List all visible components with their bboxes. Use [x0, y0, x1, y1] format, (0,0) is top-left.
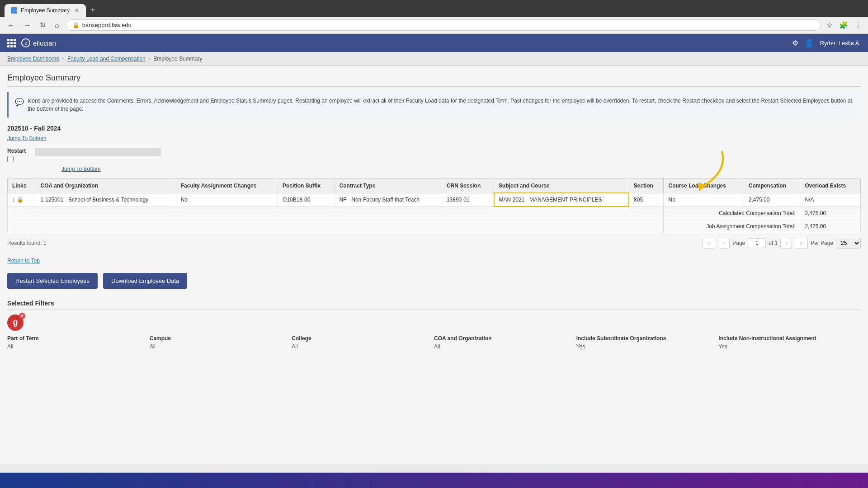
- job-assignment-label: Job Assignment Compensation Total:: [664, 220, 800, 233]
- cell-subject-course: MAN 2021 - MANAGEMENT PRINCIPLES: [494, 193, 629, 206]
- forward-button[interactable]: →: [21, 20, 33, 30]
- active-tab[interactable]: Employee Summary ✕: [5, 4, 86, 17]
- extensions-button[interactable]: 🧩: [837, 20, 850, 30]
- restart-checkbox[interactable]: [7, 156, 14, 162]
- filter-value-part-of-term: All: [7, 343, 150, 350]
- restart-selected-button[interactable]: Restart Selected Employees: [7, 273, 98, 289]
- cell-faculty-changes: No: [176, 193, 278, 206]
- cell-contract-type: NF - Non-Faculty Staff that Teach: [335, 193, 442, 206]
- app-header: e ellucian ⚙ 👤 Ryder, Leslie A.: [0, 34, 868, 52]
- filter-header-coa-org: COA and Organization: [434, 335, 576, 342]
- app-logo: e ellucian: [21, 38, 56, 47]
- breadcrumb-sep-2: »: [148, 56, 151, 61]
- breadcrumb-sep-1: »: [62, 56, 65, 61]
- job-assignment-value: 2,475.00: [800, 220, 861, 233]
- filter-header-non-instructional: Include Non-Instructional Assignment: [718, 335, 861, 342]
- tab-bar: Employee Summary ✕ +: [5, 4, 863, 17]
- page-title: Employee Summary: [7, 73, 861, 87]
- lock-icon[interactable]: 🔒: [17, 197, 24, 203]
- address-bar[interactable]: 🔒 banxepprd.fsw.edu: [66, 19, 821, 31]
- download-employee-data-button[interactable]: Download Employee Data: [103, 273, 187, 289]
- filter-col-non-instructional: Include Non-Instructional Assignment Yes: [718, 335, 861, 350]
- pagination-controls: « ‹ Page of 1 › » Per Page 25 50 100: [703, 238, 861, 249]
- employee-name-blurred: [35, 148, 161, 156]
- new-tab-button[interactable]: +: [87, 4, 99, 17]
- filter-header-college: College: [292, 335, 434, 342]
- col-position-suffix: Position Suffix: [278, 179, 335, 193]
- filter-icon[interactable]: g 8: [7, 314, 24, 331]
- tab-close-btn[interactable]: ✕: [74, 7, 80, 14]
- browser-nav: ← → ↻ ⌂ 🔒 banxepprd.fsw.edu ☆ 🧩 ⋮: [0, 17, 868, 34]
- breadcrumb-current: Employee Summary: [153, 56, 202, 62]
- calculated-compensation-label: Calculated Compensation Total:: [664, 206, 800, 220]
- next-page-button[interactable]: ›: [780, 238, 792, 249]
- refresh-button[interactable]: ↻: [37, 20, 48, 30]
- table-row: ↕ 🔒 1-125001 - School of Business & Tech…: [8, 193, 861, 206]
- action-buttons: Restart Selected Employees Download Empl…: [7, 273, 861, 289]
- jump-to-bottom-link-2[interactable]: Jump To Bottom: [61, 166, 861, 172]
- results-count: Results found: 1: [7, 240, 47, 246]
- back-button[interactable]: ←: [5, 20, 17, 30]
- cell-coa-org: 1-125001 - School of Business & Technolo…: [36, 193, 176, 206]
- filter-header-subordinate: Include Subordinate Organizations: [576, 335, 719, 342]
- logo-icon: e: [21, 38, 30, 47]
- of-label: of 1: [769, 240, 778, 246]
- bottom-gradient: [0, 473, 868, 488]
- restart-label: Restart: [7, 148, 26, 154]
- table-container: Links COA and Organization Faculty Assig…: [7, 178, 861, 233]
- user-icon[interactable]: 👤: [805, 39, 814, 47]
- filter-value-subordinate: Yes: [576, 343, 719, 350]
- jump-to-bottom-link-1[interactable]: Jump To Bottom: [7, 135, 46, 141]
- home-button[interactable]: ⌂: [52, 20, 62, 30]
- filter-col-college: College All: [292, 335, 434, 350]
- col-section: Section: [629, 179, 664, 193]
- user-name: Ryder, Leslie A.: [820, 40, 861, 47]
- col-overload-exists: Overload Exists: [800, 179, 861, 193]
- calculated-compensation-value: 2,475.00: [800, 206, 861, 220]
- filter-value-college: All: [292, 343, 434, 350]
- page-input[interactable]: [748, 238, 766, 248]
- col-links: Links: [8, 179, 36, 193]
- cell-overload-exists: N/A: [800, 193, 861, 206]
- return-to-top-link[interactable]: Return to Top: [7, 258, 40, 264]
- filter-col-subordinate: Include Subordinate Organizations Yes: [576, 335, 719, 350]
- filter-header-campus: Campus: [150, 335, 292, 342]
- grid-menu-icon[interactable]: [7, 39, 16, 47]
- col-faculty-changes: Faculty Assignment Changes: [176, 179, 278, 193]
- cell-section: 805: [629, 193, 664, 206]
- breadcrumb: Employee Dashboard » Faculty Load and Co…: [0, 52, 868, 66]
- filter-col-campus: Campus All: [150, 335, 292, 350]
- browser-chrome: Employee Summary ✕ +: [0, 0, 868, 17]
- col-coa-org: COA and Organization: [36, 179, 176, 193]
- term-title: 202510 - Fall 2024: [7, 125, 861, 132]
- page-label: Page: [732, 240, 745, 246]
- filter-header-part-of-term: Part of Term: [7, 335, 150, 342]
- cell-course-load-changes: No: [664, 193, 744, 206]
- breadcrumb-employee-dashboard[interactable]: Employee Dashboard: [7, 56, 59, 62]
- cell-crn-session: 13890-01: [442, 193, 494, 206]
- empty-cell-1: [8, 206, 664, 220]
- address-text: banxepprd.fsw.edu: [82, 22, 132, 28]
- header-left: e ellucian: [7, 38, 56, 47]
- info-text: Icons are provided to access the Comment…: [28, 97, 854, 113]
- cell-position-suffix: O10B18-00: [278, 193, 335, 206]
- table-header-row: Links COA and Organization Faculty Assig…: [8, 179, 861, 193]
- info-banner: 💬 Icons are provided to access the Comme…: [7, 92, 861, 117]
- nav-right-icons: ☆ 🧩 ⋮: [825, 20, 863, 30]
- filter-col-part-of-term: Part of Term All: [7, 335, 150, 350]
- bookmark-button[interactable]: ☆: [825, 20, 835, 30]
- prev-page-button[interactable]: ‹: [718, 238, 730, 249]
- filters-title: Selected Filters: [7, 300, 861, 310]
- breadcrumb-faculty-load[interactable]: Faculty Load and Compensation: [67, 56, 146, 62]
- settings-icon[interactable]: ⚙: [792, 39, 798, 47]
- per-page-select[interactable]: 25 50 100: [836, 238, 861, 249]
- arrows-icon[interactable]: ↕: [12, 197, 15, 203]
- calculated-compensation-row: Calculated Compensation Total: 2,475.00: [8, 206, 861, 220]
- menu-button[interactable]: ⋮: [853, 20, 863, 30]
- last-page-button[interactable]: »: [795, 238, 808, 249]
- main-content: Employee Summary 💬 Icons are provided to…: [0, 66, 868, 464]
- first-page-button[interactable]: «: [703, 238, 716, 249]
- col-subject-course: Subject and Course: [494, 179, 629, 193]
- filter-badge: 8: [19, 313, 25, 319]
- cell-links: ↕ 🔒: [8, 193, 36, 206]
